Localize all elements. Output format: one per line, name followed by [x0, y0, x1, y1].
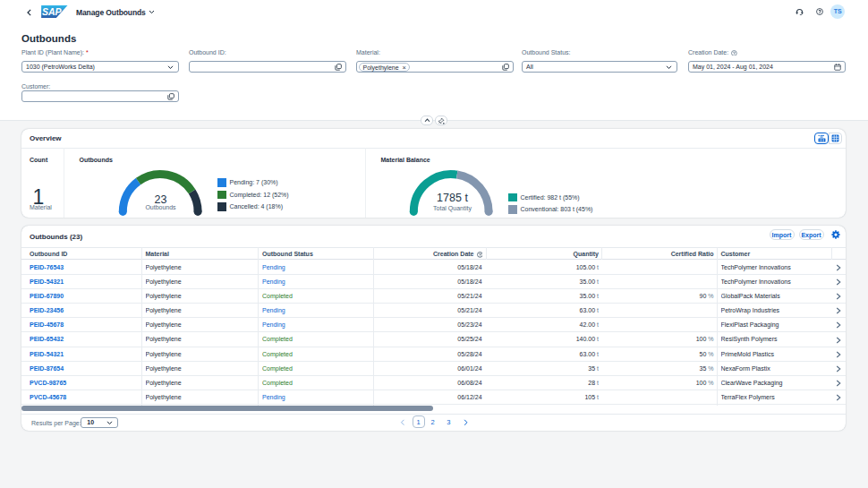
svg-text:SAP: SAP — [42, 6, 63, 17]
